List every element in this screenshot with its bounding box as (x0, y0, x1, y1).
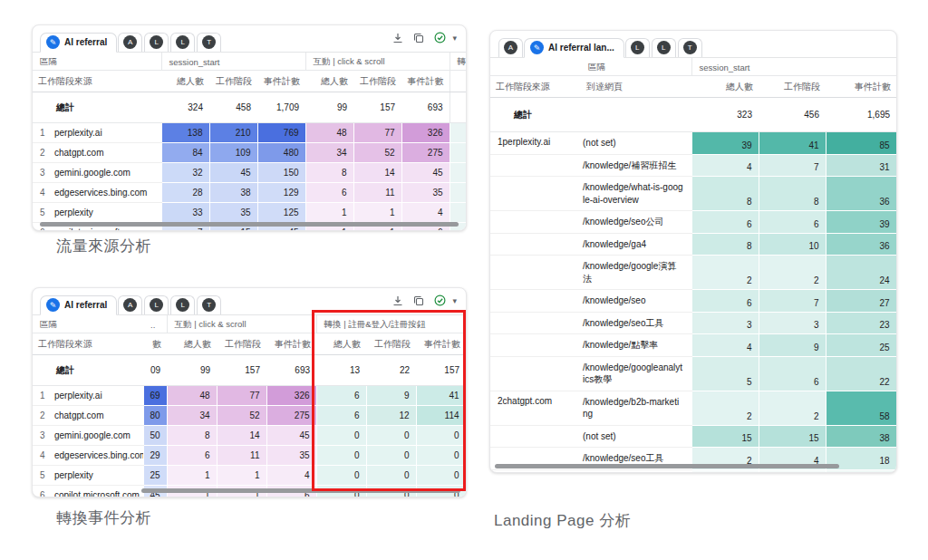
cell-value[interactable]: 6 (167, 446, 217, 466)
cell-value[interactable]: 114 (416, 406, 466, 426)
total-value[interactable]: 99 (305, 92, 353, 123)
horizontal-scrollbar[interactable] (495, 464, 839, 468)
total-value[interactable]: 157 (217, 355, 266, 386)
cell-value[interactable]: 35 (209, 203, 257, 223)
tab-collapsed[interactable]: A (118, 295, 142, 314)
column-header[interactable]: 工作階段 (353, 71, 401, 92)
row-source[interactable]: 4edgeservices.bing.com (33, 183, 161, 203)
cell-value[interactable]: 1 (353, 203, 401, 223)
cell-value[interactable]: 2 (759, 391, 826, 425)
cell-value[interactable]: 0 (316, 426, 366, 446)
column-header[interactable]: 總人數 (691, 76, 759, 98)
cell-value[interactable]: 0 (316, 466, 366, 486)
tab-active[interactable]: ✎AI referral lan... (524, 38, 624, 58)
tab-collapsed[interactable]: L (144, 295, 169, 314)
copy-icon[interactable] (413, 33, 424, 43)
cell-value[interactable]: 8 (759, 469, 826, 473)
column-header[interactable]: 總人數 (305, 71, 353, 92)
cell-value[interactable]: 8 (691, 233, 759, 256)
tab-active[interactable]: ✎AI referral (40, 33, 117, 53)
cell-value[interactable]: 48 (167, 386, 217, 406)
column-header[interactable]: 事件計數 (266, 333, 316, 355)
tab-collapsed[interactable]: T (197, 33, 221, 52)
cell-value[interactable]: 8 (305, 163, 353, 183)
total-value[interactable]: 1,709 (257, 92, 305, 123)
cell-value[interactable]: 0 (366, 426, 416, 446)
row-source[interactable] (490, 469, 581, 473)
cell-value[interactable]: 84 (161, 143, 209, 163)
caret-down-icon[interactable]: ▾ (452, 34, 457, 43)
total-value[interactable]: 458 (209, 92, 257, 123)
cell-value[interactable]: 3 (759, 312, 826, 334)
cell-value[interactable]: 129 (257, 183, 305, 203)
cell-value[interactable]: 77 (217, 386, 266, 406)
cell-value[interactable]: 0 (316, 446, 366, 466)
cell-value[interactable]: 6 (305, 183, 353, 203)
total-value[interactable]: 09 (143, 355, 167, 386)
caret-down-icon[interactable]: ▾ (452, 296, 457, 305)
cell-value[interactable]: 52 (217, 406, 266, 426)
total-value[interactable]: 99 (167, 355, 217, 386)
cell-value[interactable]: 150 (257, 163, 305, 183)
landing-page-path[interactable]: /knowledge/seo公司 (581, 211, 691, 234)
cell-value[interactable]: 4 (691, 154, 759, 177)
cell-value[interactable]: 12 (366, 406, 416, 426)
cell-value[interactable]: 4 (691, 334, 759, 357)
cell-value[interactable]: 39 (826, 211, 896, 234)
cell-value[interactable]: 11 (353, 183, 401, 203)
row-source[interactable]: 3gemini.google.com (33, 163, 161, 183)
cell-value[interactable]: 45 (401, 163, 450, 183)
copy-icon[interactable] (413, 295, 424, 306)
row-source[interactable]: 1perplexity.ai (33, 123, 161, 143)
cell-value[interactable]: 2 (759, 256, 826, 290)
cell-value[interactable]: 326 (401, 123, 450, 143)
tab-collapsed[interactable]: L (170, 295, 195, 314)
column-header[interactable]: 事件計數 (826, 76, 896, 98)
cell-value[interactable]: 45 (266, 426, 316, 446)
column-header[interactable]: 到達網頁 (581, 76, 691, 98)
row-source[interactable] (490, 312, 581, 334)
row-source[interactable] (490, 154, 581, 177)
cell-value[interactable]: 4 (266, 466, 316, 486)
cell-value[interactable]: 0 (366, 466, 416, 486)
landing-page-path[interactable]: /knowledge/google演算法 (581, 256, 691, 290)
cell-value[interactable]: 4 (401, 203, 450, 223)
cell-value[interactable]: 1 (167, 466, 217, 486)
cell-value[interactable]: 6 (759, 211, 826, 234)
cell-value[interactable]: 14 (353, 163, 401, 183)
column-header[interactable]: 事件計數 (257, 71, 305, 92)
column-header[interactable]: 工作階段來源 (490, 76, 581, 98)
cell-value[interactable]: 24 (826, 256, 896, 290)
row-source[interactable]: 1perplexity.ai (490, 132, 581, 155)
cell-value[interactable]: 1 (305, 203, 353, 223)
landing-page-path[interactable]: /knowledge/seo (581, 290, 691, 313)
tab-collapsed[interactable]: T (197, 295, 221, 314)
row-source[interactable] (490, 334, 581, 357)
cell-value[interactable]: 6 (691, 290, 759, 313)
landing-page-path[interactable]: /knowledge/seo工具 (581, 312, 691, 334)
cell-value[interactable]: 34 (305, 143, 353, 163)
row-source[interactable] (490, 256, 581, 290)
cell-value[interactable]: 38 (209, 183, 257, 203)
cell-value[interactable]: 0 (416, 446, 466, 466)
cell-value[interactable]: 28 (161, 183, 209, 203)
cell-value[interactable]: 8 (167, 426, 217, 446)
cell-value[interactable]: 45 (209, 163, 257, 183)
total-value[interactable]: 157 (353, 92, 401, 123)
row-source[interactable]: 3gemini.google.com (33, 426, 143, 446)
tab-collapsed[interactable]: L (144, 33, 169, 52)
cell-value[interactable]: 52 (353, 143, 401, 163)
total-value[interactable]: 157 (416, 355, 466, 386)
total-value[interactable]: 323 (691, 98, 759, 132)
row-source[interactable]: 2chatgpt.com (33, 406, 143, 426)
cell-value[interactable]: 2 (691, 391, 759, 425)
tab-collapsed[interactable]: L (170, 33, 195, 52)
total-value[interactable]: 693 (266, 355, 316, 386)
cell-value[interactable]: 23 (826, 312, 896, 334)
landing-page-path[interactable]: (not set) (581, 425, 691, 448)
cell-value[interactable]: 1 (217, 466, 266, 486)
column-header[interactable]: 工作階段 (366, 333, 416, 355)
landing-page-path[interactable]: /knowledge/點擊率 (581, 334, 691, 357)
row-source[interactable] (490, 211, 581, 234)
landing-page-path[interactable]: /knowledge/ga4 (581, 469, 691, 473)
